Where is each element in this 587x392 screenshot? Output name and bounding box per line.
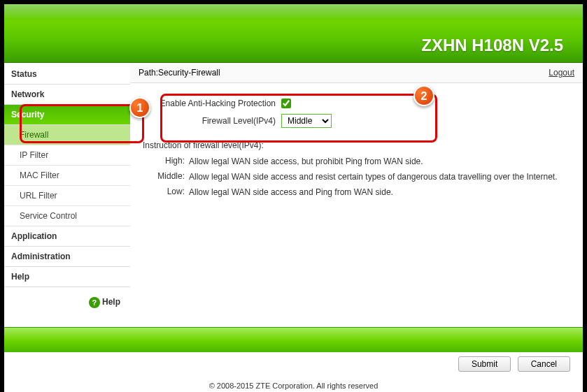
submit-button[interactable]: Submit: [458, 356, 511, 372]
sidebar-item-security[interactable]: Security: [4, 105, 130, 125]
instruction-high-label: High:: [143, 156, 185, 168]
copyright: © 2008-2015 ZTE Corporation. All rights …: [4, 376, 583, 392]
logout-link[interactable]: Logout: [549, 68, 574, 78]
content: Path:Security-Firewall Logout Enable Ant…: [130, 63, 583, 327]
help-icon: ?: [89, 297, 100, 308]
footer-bar: [4, 327, 583, 352]
help-link-label: Help: [102, 297, 120, 307]
header: ZXHN H108N V2.5: [4, 4, 583, 63]
firewall-level-label: Firewall Level(IPv4): [143, 116, 276, 126]
sidebar-item-firewall[interactable]: Firewall: [4, 125, 130, 145]
sidebar-item-ip-filter[interactable]: IP Filter: [4, 145, 130, 166]
path-text: Path:Security-Firewall: [139, 68, 220, 78]
sidebar-item-service-control[interactable]: Service Control: [4, 206, 130, 226]
instruction-middle-text: Allow legal WAN side access and resist c…: [189, 171, 570, 183]
sidebar-item-administration[interactable]: Administration: [4, 247, 130, 267]
breadcrumb: Path:Security-Firewall Logout: [130, 63, 583, 83]
cancel-button[interactable]: Cancel: [518, 356, 570, 372]
instruction-high-text: Allow legal WAN side access, but prohibi…: [189, 156, 570, 168]
sidebar-item-url-filter[interactable]: URL Filter: [4, 186, 130, 206]
device-title: ZXHN H108N V2.5: [421, 36, 563, 55]
instruction-middle-label: Middle:: [143, 171, 185, 183]
sidebar-item-help[interactable]: Help: [4, 267, 130, 287]
sidebar-item-status[interactable]: Status: [4, 64, 130, 85]
instruction-low-text: Allow legal WAN side access and Ping fro…: [189, 187, 570, 198]
instruction-title: Instruction of firewall level(IPv4):: [143, 140, 570, 150]
sidebar-item-application[interactable]: Application: [4, 226, 130, 247]
sidebar-item-mac-filter[interactable]: MAC Filter: [4, 166, 130, 186]
instruction-low-label: Low:: [143, 187, 185, 198]
help-link[interactable]: ?Help: [4, 287, 130, 318]
firewall-level-select[interactable]: Middle: [281, 114, 332, 128]
enable-antihacking-label: Enable Anti-Hacking Protection: [143, 99, 276, 108]
sidebar: Status Network Security Firewall IP Filt…: [4, 63, 130, 327]
annotation-badge-1: 1: [129, 97, 150, 118]
button-row: Submit Cancel: [4, 352, 583, 376]
annotation-badge-2: 2: [413, 85, 434, 106]
enable-antihacking-checkbox[interactable]: [281, 99, 291, 108]
sidebar-item-network[interactable]: Network: [4, 85, 130, 105]
